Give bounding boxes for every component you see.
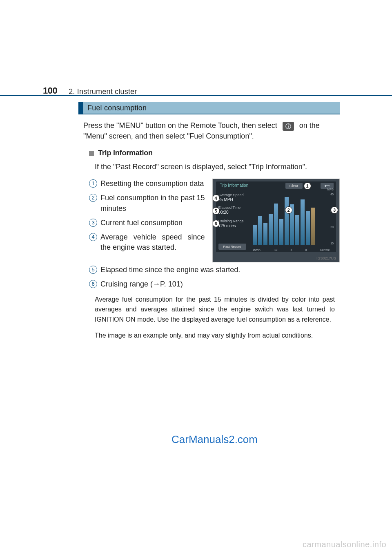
list-item-text: Elapsed time since the engine was starte… [100, 265, 335, 275]
header-rule [0, 95, 392, 96]
watermark-corner: carmanualsonline.info [303, 540, 386, 549]
figure-y-tick: 10 [330, 242, 334, 245]
chart-bar [274, 204, 278, 245]
figure-callout-3: 3 [331, 207, 338, 213]
figure-y-tick: 20 [330, 226, 334, 228]
chart-bar [285, 197, 289, 245]
chart-bar [306, 211, 310, 245]
intro-text-before: Press the "MENU" button on the Remote To… [83, 121, 279, 130]
figure-x-tick: 10 [274, 248, 278, 251]
figure-x-tick: 5 [291, 248, 292, 251]
figure-callout-6: 6 [213, 220, 219, 227]
circled-number-icon: 1 [89, 179, 97, 188]
figure-value: 25 MPH [218, 197, 251, 202]
fine-print-1: Average fuel consumption for the past 15… [95, 295, 335, 325]
svg-rect-2 [288, 126, 289, 128]
list-item: 4Average vehicle speed since the engine … [89, 232, 205, 253]
figure-callout-2: 2 [285, 207, 292, 213]
chart-bar [279, 219, 283, 245]
figure-clear-button: Clear [285, 183, 303, 189]
chart-bar [263, 223, 267, 245]
square-bullet-icon [89, 151, 94, 156]
list-item: 3Current fuel consumption [89, 218, 205, 228]
figure-elapsed-time: Elapsed Time 00:20 [218, 206, 251, 215]
chart-bar [258, 216, 262, 245]
info-icon [283, 122, 294, 131]
figure-callout-1: 1 [304, 183, 311, 189]
intro-paragraph: Press the "MENU" button on the Remote To… [83, 120, 335, 141]
figure-title: Trip Information [220, 183, 249, 188]
page-header: 100 2. Instrument cluster [0, 80, 392, 96]
sub-body-text: If the "Past Record" screen is displayed… [95, 161, 335, 172]
circled-number-icon: 4 [89, 233, 97, 241]
chart-bar-current [311, 208, 315, 245]
sub-heading-text: Trip information [98, 149, 153, 157]
chart-bar [253, 225, 257, 245]
figure-callout-5: 5 [213, 208, 219, 214]
chart-bar [269, 214, 273, 245]
back-arrow-icon [324, 184, 330, 188]
figure-avg-speed: Average Speed 25 MPH [218, 193, 251, 202]
cruising-range-post: P. 101) [160, 280, 183, 288]
heading-accent [78, 102, 83, 114]
list-item: 1Resetting the consumption data [89, 179, 205, 189]
list-item: 2Fuel consumption in the past 15 minutes [89, 193, 205, 213]
list-item: 6 Cruising range (→P. 101) [89, 279, 335, 289]
cruising-range-pre: Cruising range ( [100, 280, 153, 288]
svg-point-1 [288, 125, 289, 125]
callout-list: 1Resetting the consumption data 2Fuel co… [89, 179, 205, 253]
circled-number-icon: 5 [89, 266, 97, 274]
figure-y-tick: 40 [330, 193, 334, 196]
circled-number-icon: 3 [89, 219, 97, 227]
figure-caption: IGS0217US [316, 256, 336, 260]
figure-callout-4: 4 [213, 195, 219, 201]
list-item: 5Elapsed time since the engine was start… [89, 265, 335, 275]
heading-text: Fuel consumption [83, 102, 340, 114]
figure-past-record-button: Past Record [218, 244, 246, 250]
list-item-text: Current fuel consumption [100, 218, 205, 228]
figure-x-tick: 0 [305, 248, 307, 251]
callout-list-continued: 5Elapsed time since the engine was start… [89, 265, 335, 289]
trip-info-figure: Trip Information Clear Average Speed 25 … [212, 179, 340, 262]
chart-bar [295, 215, 299, 245]
figure-y-axis: 40 30 20 10 [330, 193, 334, 245]
watermark-link: CarManuals2.com [172, 433, 258, 446]
figure-cruising-range: Cruising Range 125 miles [218, 219, 251, 228]
list-item-text: Cruising range (→P. 101) [100, 279, 335, 289]
figure-mpg-label: MPG [327, 188, 334, 191]
arrow-icon: → [153, 280, 160, 288]
figure-x-tick: Current [320, 248, 330, 251]
figure-bar-chart [253, 193, 327, 245]
figure-x-axis: 15min. 10 5 0 Current [253, 248, 330, 251]
circled-number-icon: 6 [89, 280, 97, 288]
fine-print-2: The image is an example only, and may va… [95, 331, 335, 341]
figure-label: Cruising Range [218, 219, 251, 223]
figure-value: 00:20 [218, 210, 251, 215]
chart-bar [301, 199, 305, 245]
circled-number-icon: 2 [89, 194, 97, 202]
figure-label: Elapsed Time [218, 206, 251, 210]
list-item-text: Fuel consumption in the past 15 minutes [100, 193, 205, 213]
figure-label: Average Speed [218, 193, 251, 197]
sub-heading: Trip information [89, 149, 340, 157]
section-heading-bar: Fuel consumption [78, 102, 340, 114]
figure-x-tick: 15min. [253, 248, 261, 251]
list-item-text: Average vehicle speed since the engine w… [100, 232, 205, 253]
figure-value: 125 miles [218, 224, 251, 228]
list-item-text: Resetting the consumption data [100, 179, 205, 189]
